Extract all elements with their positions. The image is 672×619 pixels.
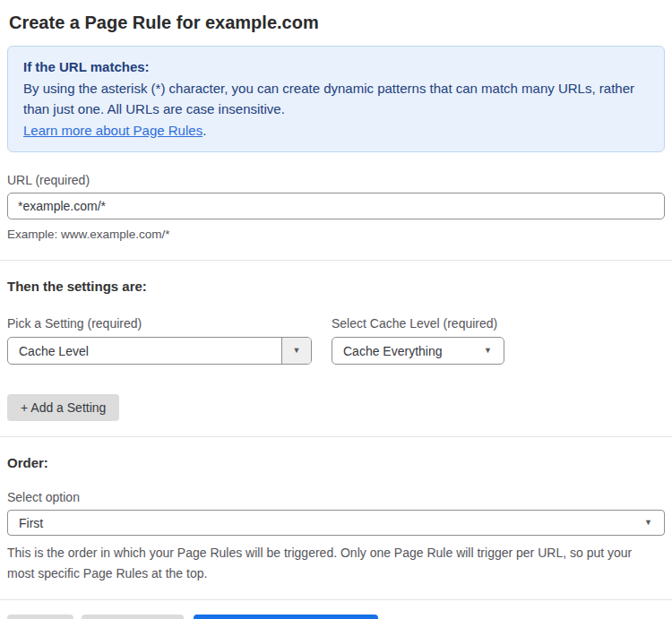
url-field-label: URL (required) bbox=[7, 173, 665, 187]
caret-down-icon: ▼ bbox=[293, 347, 301, 355]
link-suffix: . bbox=[202, 123, 206, 138]
order-value: First bbox=[8, 516, 644, 530]
settings-section-heading: Then the settings are: bbox=[7, 279, 665, 294]
cache-level-group: Select Cache Level (required) Cache Ever… bbox=[332, 316, 504, 365]
cache-level-value: Cache Everything bbox=[332, 344, 484, 358]
divider bbox=[0, 260, 672, 261]
caret-down-icon: ▼ bbox=[484, 347, 504, 355]
info-box-link-line: Learn more about Page Rules. bbox=[23, 120, 649, 142]
order-dropdown[interactable]: First ▼ bbox=[7, 510, 665, 536]
divider bbox=[0, 599, 672, 600]
footer-actions: Cancel Save as Draft Save and Deploy Pag… bbox=[7, 615, 665, 619]
learn-more-link[interactable]: Learn more about Page Rules bbox=[23, 123, 202, 138]
page-title: Create a Page Rule for example.com bbox=[9, 11, 663, 34]
caret-down-icon: ▼ bbox=[644, 519, 664, 527]
pick-setting-arrow-box[interactable]: ▼ bbox=[281, 338, 311, 364]
cache-level-dropdown[interactable]: Cache Everything ▼ bbox=[332, 337, 504, 365]
info-box-heading: If the URL matches: bbox=[23, 56, 649, 78]
divider bbox=[0, 436, 672, 437]
info-box-body-text: By using the asterisk (*) character, you… bbox=[23, 81, 634, 117]
cache-level-label: Select Cache Level (required) bbox=[332, 316, 504, 331]
settings-fields-row: Pick a Setting (required) Cache Level ▼ … bbox=[7, 316, 665, 365]
url-field-hint: Example: www.example.com/* bbox=[7, 224, 665, 245]
pick-setting-label: Pick a Setting (required) bbox=[7, 316, 312, 331]
pick-setting-dropdown[interactable]: Cache Level ▼ bbox=[7, 337, 312, 365]
url-field-group: URL (required) Example: www.example.com/… bbox=[7, 173, 665, 245]
info-box-body: By using the asterisk (*) character, you… bbox=[23, 78, 649, 120]
cancel-button[interactable]: Cancel bbox=[7, 615, 73, 619]
pick-setting-group: Pick a Setting (required) Cache Level ▼ bbox=[7, 316, 312, 365]
url-input[interactable] bbox=[7, 193, 665, 219]
url-matches-info-box: If the URL matches: By using the asteris… bbox=[7, 46, 665, 152]
order-select-label: Select option bbox=[7, 490, 665, 504]
order-hint: This is the order in which your Page Rul… bbox=[7, 543, 652, 584]
save-as-draft-button[interactable]: Save as Draft bbox=[82, 615, 185, 619]
pick-setting-value: Cache Level bbox=[8, 344, 281, 358]
add-setting-button[interactable]: + Add a Setting bbox=[7, 394, 119, 421]
create-page-rule-panel: Create a Page Rule for example.com If th… bbox=[0, 11, 672, 619]
save-and-deploy-button[interactable]: Save and Deploy Page Rule bbox=[194, 615, 378, 619]
order-section-heading: Order: bbox=[7, 455, 665, 470]
